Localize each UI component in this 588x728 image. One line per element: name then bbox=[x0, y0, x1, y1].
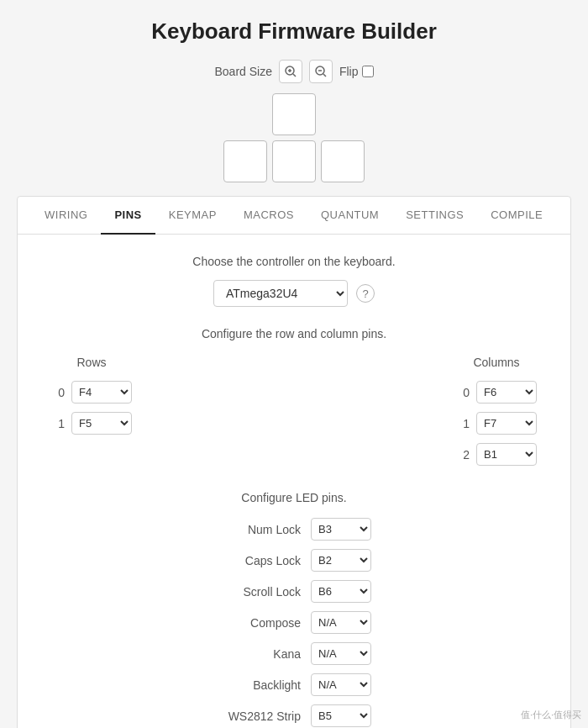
led-section-title: Configure LED pins. bbox=[51, 491, 537, 504]
pin-row: 1 F5F4F6F7B1B2B3 bbox=[51, 412, 132, 435]
zoom-in-button[interactable] bbox=[279, 60, 302, 83]
pins-config-description: Configure the row and column pins. bbox=[51, 327, 537, 340]
led-label-ws2812: WS2812 Strip bbox=[217, 710, 301, 723]
led-row-scrolllock: Scroll Lock B6N/AB2B3B5 bbox=[51, 580, 537, 603]
led-select-numlock[interactable]: B3N/AB2B6B5 bbox=[311, 518, 371, 541]
row-pin-select-1[interactable]: F5F4F6F7B1B2B3 bbox=[71, 412, 132, 435]
key-cap bbox=[321, 140, 365, 182]
key-cap bbox=[272, 140, 316, 182]
pin-index: 2 bbox=[456, 448, 470, 462]
pin-row: 0 F6F4F5F7B1B2B3 bbox=[456, 381, 537, 404]
pin-row: 1 F7F4F5F6B1B2B3 bbox=[456, 412, 537, 435]
led-select-scrolllock[interactable]: B6N/AB2B3B5 bbox=[311, 580, 371, 603]
led-select-compose[interactable]: N/AB2B3B6B5 bbox=[311, 611, 371, 634]
tab-pins[interactable]: PINS bbox=[101, 197, 155, 235]
led-row-backlight: Backlight N/AB2B3B6B5 bbox=[51, 673, 537, 696]
tab-compile[interactable]: COMPILE bbox=[477, 197, 556, 235]
watermark: 值·什么·值得买 bbox=[521, 709, 581, 721]
rows-title: Rows bbox=[51, 356, 132, 369]
controller-select[interactable]: ATmega32U4 Pro Micro Teensy 2.0 bbox=[213, 280, 348, 307]
tab-keymap[interactable]: KEYMAP bbox=[155, 197, 230, 235]
pin-index: 0 bbox=[456, 386, 470, 399]
col-pin-select-2[interactable]: B1F4F5F6F7B2B3 bbox=[476, 443, 537, 466]
led-label-capslock: Caps Lock bbox=[217, 554, 301, 567]
board-controls: Board Size Flip bbox=[0, 60, 588, 83]
tab-settings[interactable]: SETTINGS bbox=[392, 197, 477, 235]
led-label-kana: Kana bbox=[217, 647, 301, 661]
col-pin-select-0[interactable]: F6F4F5F7B1B2B3 bbox=[476, 381, 537, 404]
key-cap bbox=[223, 140, 267, 182]
zoom-out-button[interactable] bbox=[309, 60, 333, 83]
led-select-capslock[interactable]: B2N/AB3B6B5 bbox=[311, 549, 371, 572]
led-row-ws2812: WS2812 Strip B5N/AB2B3B6 bbox=[51, 704, 537, 727]
tab-content-pins: Choose the controller on the keyboard. A… bbox=[18, 235, 570, 728]
led-row-numlock: Num Lock B3N/AB2B6B5 bbox=[51, 518, 537, 541]
row-pin-select-0[interactable]: F4F5F6F7B1B2B3 bbox=[71, 381, 132, 404]
pins-container: Rows 0 F4F5F6F7B1B2B3 1 F5F4F6F7B1B2B3 C… bbox=[51, 356, 537, 466]
led-select-backlight[interactable]: N/AB2B3B6B5 bbox=[311, 673, 371, 696]
tab-wiring[interactable]: WIRING bbox=[31, 197, 101, 235]
help-icon[interactable]: ? bbox=[356, 284, 375, 303]
led-label-scrolllock: Scroll Lock bbox=[217, 585, 301, 599]
flip-label: Flip bbox=[339, 65, 374, 78]
pin-row: 0 F4F5F6F7B1B2B3 bbox=[51, 381, 132, 404]
led-row-compose: Compose N/AB2B3B6B5 bbox=[51, 611, 537, 634]
controller-row: ATmega32U4 Pro Micro Teensy 2.0 ? bbox=[51, 280, 537, 307]
led-select-kana[interactable]: N/AB2B3B6B5 bbox=[311, 642, 371, 665]
col-pin-select-1[interactable]: F7F4F5F6B1B2B3 bbox=[476, 412, 537, 435]
main-card: WIRING PINS KEYMAP MACROS QUANTUM SETTIN… bbox=[17, 196, 571, 728]
controller-description: Choose the controller on the keyboard. bbox=[51, 255, 537, 268]
led-label-compose: Compose bbox=[217, 616, 301, 630]
flip-checkbox[interactable] bbox=[362, 66, 374, 77]
tab-quantum[interactable]: QUANTUM bbox=[307, 197, 392, 235]
keyboard-preview bbox=[218, 93, 370, 182]
led-row-capslock: Caps Lock B2N/AB3B6B5 bbox=[51, 549, 537, 572]
key-cap bbox=[272, 93, 316, 135]
led-section: Configure LED pins. Num Lock B3N/AB2B6B5… bbox=[51, 491, 537, 727]
led-label-backlight: Backlight bbox=[217, 678, 301, 692]
key-row-bottom bbox=[223, 140, 365, 182]
pin-row: 2 B1F4F5F6F7B2B3 bbox=[456, 443, 537, 466]
columns-title: Columns bbox=[456, 356, 537, 369]
columns-section: Columns 0 F6F4F5F7B1B2B3 1 F7F4F5F6B1B2B… bbox=[456, 356, 537, 466]
tab-bar: WIRING PINS KEYMAP MACROS QUANTUM SETTIN… bbox=[18, 197, 570, 235]
svg-line-1 bbox=[293, 74, 296, 76]
pin-index: 1 bbox=[456, 417, 470, 430]
led-label-numlock: Num Lock bbox=[217, 523, 301, 536]
key-row-top bbox=[272, 93, 316, 135]
tab-macros[interactable]: MACROS bbox=[230, 197, 307, 235]
board-size-label: Board Size bbox=[214, 65, 271, 78]
pin-index: 1 bbox=[51, 417, 65, 430]
led-select-ws2812[interactable]: B5N/AB2B3B6 bbox=[311, 704, 371, 727]
rows-section: Rows 0 F4F5F6F7B1B2B3 1 F5F4F6F7B1B2B3 bbox=[51, 356, 132, 466]
pin-index: 0 bbox=[51, 386, 65, 399]
svg-line-5 bbox=[323, 74, 326, 76]
led-row-kana: Kana N/AB2B3B6B5 bbox=[51, 642, 537, 665]
page-title: Keyboard Firmware Builder bbox=[0, 0, 588, 60]
